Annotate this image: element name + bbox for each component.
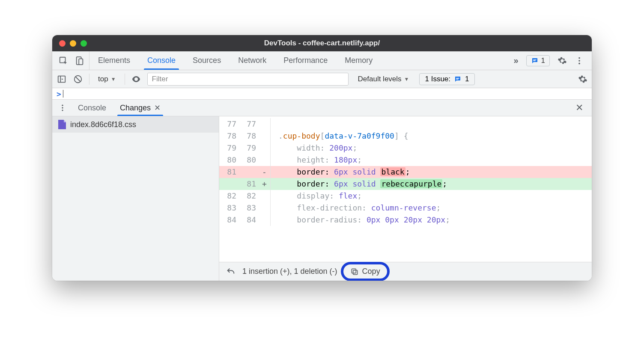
diff-row: 7979 width: 200px; [219, 142, 592, 154]
inspect-element-icon[interactable] [58, 56, 69, 66]
revert-button[interactable] [226, 267, 236, 276]
svg-point-10 [135, 78, 137, 80]
window-minimize-button[interactable] [70, 40, 76, 47]
log-levels-selector[interactable]: Default levels ▼ [358, 75, 409, 83]
window-zoom-button[interactable] [80, 40, 87, 47]
window-close-button[interactable] [59, 40, 66, 47]
tab-memory[interactable]: Memory [336, 51, 381, 70]
tab-sources[interactable]: Sources [184, 51, 230, 70]
changes-drawer: index.8d6c6f18.css 77777878.cup-body[dat… [52, 116, 592, 281]
context-selector[interactable]: top ▼ [95, 75, 119, 83]
svg-point-15 [62, 110, 63, 111]
tab-performance[interactable]: Performance [275, 51, 336, 70]
diff-row: 7878.cup-body[data-v-7a0f9f00] { [219, 130, 592, 142]
drawer-tab-label: Changes [120, 104, 151, 113]
message-icon [531, 57, 539, 65]
svg-point-6 [578, 60, 580, 62]
issues-count: 1 [541, 56, 545, 65]
chevron-down-icon: ▼ [111, 76, 116, 82]
console-settings-button[interactable] [578, 74, 587, 84]
diff-row: 81- border: 6px solid black; [219, 166, 592, 178]
issue-label: 1 Issue: [425, 75, 450, 83]
tab-console[interactable]: Console [139, 51, 184, 70]
close-icon[interactable]: ✕ [154, 103, 161, 113]
chevron-down-icon: ▼ [404, 76, 409, 82]
copy-button[interactable]: Copy [344, 265, 386, 278]
message-icon [454, 75, 462, 83]
devtools-window: DevTools - coffee-cart.netlify.app/ Elem… [52, 35, 592, 281]
device-toolbar-icon[interactable] [75, 56, 85, 66]
traffic-lights [59, 40, 87, 47]
gear-icon [578, 74, 587, 84]
drawer-close-button[interactable]: ✕ [571, 100, 587, 116]
svg-rect-11 [456, 78, 459, 79]
diff-row: 7777 [219, 118, 592, 130]
diff-pane: 77777878.cup-body[data-v-7a0f9f00] {7979… [219, 116, 592, 281]
text-caret [63, 90, 63, 98]
drawer-tabstrip: ConsoleChanges✕ ✕ [52, 99, 592, 116]
tab-network[interactable]: Network [230, 51, 275, 70]
diff-row: 8383 flex-direction: column-reverse; [219, 202, 592, 214]
overflow-tabs-button[interactable]: » [513, 56, 518, 65]
diff-content[interactable]: 77777878.cup-body[data-v-7a0f9f00] {7979… [219, 116, 592, 262]
drawer-tab-changes[interactable]: Changes✕ [113, 100, 167, 116]
diff-row: 81+ border: 6px solid rebeccapurple; [219, 178, 592, 190]
tab-elements[interactable]: Elements [89, 51, 139, 70]
drawer-more-button[interactable] [57, 100, 71, 116]
issue-counter[interactable]: 1 Issue: 1 [419, 73, 474, 85]
toggle-sidebar-button[interactable] [57, 74, 67, 84]
svg-rect-2 [79, 59, 83, 65]
svg-rect-12 [456, 79, 458, 80]
drawer-tab-console[interactable]: Console [71, 100, 113, 116]
live-expression-button[interactable] [131, 74, 141, 84]
css-file-icon [58, 120, 66, 129]
diff-row: 8282 display: flex; [219, 190, 592, 202]
context-label: top [98, 75, 108, 83]
titlebar: DevTools - coffee-cart.netlify.app/ [52, 35, 592, 51]
svg-point-5 [578, 57, 580, 59]
svg-point-13 [62, 105, 63, 106]
separator [125, 74, 125, 85]
issue-count: 1 [465, 75, 469, 83]
separator [89, 74, 89, 85]
filter-input[interactable] [147, 73, 349, 86]
file-name: index.8d6c6f18.css [70, 120, 136, 129]
clear-console-button[interactable] [73, 74, 83, 84]
svg-rect-17 [352, 269, 356, 273]
console-prompt[interactable]: > [52, 88, 592, 99]
gear-icon [558, 56, 567, 65]
svg-rect-16 [353, 270, 357, 274]
issues-indicator[interactable]: 1 [526, 55, 550, 66]
copy-label: Copy [362, 267, 380, 276]
svg-rect-3 [533, 59, 537, 60]
kebab-icon [575, 56, 584, 65]
svg-rect-4 [533, 60, 535, 61]
changed-files-list: index.8d6c6f18.css [52, 116, 219, 281]
diff-row: 8080 height: 180px; [219, 154, 592, 166]
drawer-tab-label: Console [78, 104, 106, 113]
window-title: DevTools - coffee-cart.netlify.app/ [52, 39, 592, 47]
svg-point-14 [62, 107, 63, 108]
copy-icon [350, 267, 359, 276]
more-menu-button[interactable] [575, 56, 584, 65]
changed-file-item[interactable]: index.8d6c6f18.css [52, 116, 219, 133]
levels-label: Default levels [358, 75, 402, 83]
svg-point-7 [578, 62, 580, 64]
diff-footer: 1 insertion (+), 1 deletion (-) Copy [219, 262, 592, 281]
diff-stats: 1 insertion (+), 1 deletion (-) [242, 267, 337, 276]
settings-button[interactable] [558, 56, 567, 65]
console-toolbar: top ▼ Default levels ▼ 1 Issue: 1 [52, 70, 592, 88]
main-tabstrip: ElementsConsoleSourcesNetworkPerformance… [52, 51, 592, 70]
prompt-chevron-icon: > [57, 89, 61, 98]
undo-icon [226, 267, 236, 276]
diff-row: 8484 border-radius: 0px 0px 20px 20px; [219, 214, 592, 226]
